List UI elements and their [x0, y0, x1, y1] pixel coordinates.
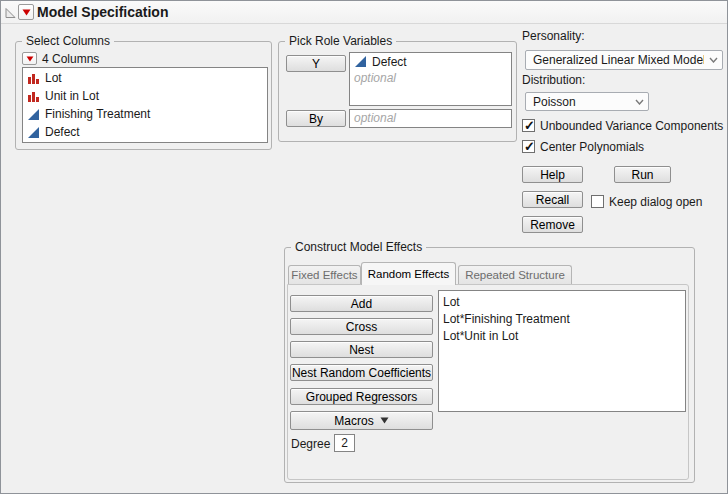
- continuous-triangle-icon: [27, 108, 40, 121]
- by-optional-placeholder: optional: [350, 110, 511, 126]
- nest-effect-button[interactable]: Nest: [290, 341, 433, 358]
- personality-label: Personality:: [522, 29, 585, 43]
- y-variable-item[interactable]: Defect: [350, 53, 511, 70]
- column-item[interactable]: Defect: [23, 123, 267, 141]
- column-name: Lot: [45, 71, 62, 85]
- select-columns-group-label: Select Columns: [22, 34, 114, 48]
- continuous-triangle-icon: [354, 55, 367, 68]
- chevron-down-icon: [704, 57, 722, 63]
- continuous-triangle-icon: [27, 126, 40, 139]
- select-columns-group: Select Columns 4 Columns Lot Unit in Lot: [15, 41, 272, 150]
- by-role-button[interactable]: By: [286, 110, 346, 127]
- construct-model-effects-group: Construct Model Effects Fixed Effects Ra…: [284, 247, 695, 483]
- red-triangle-menu-button[interactable]: [18, 4, 34, 20]
- add-effect-button[interactable]: Add: [290, 295, 433, 312]
- red-triangle-icon: [22, 9, 31, 16]
- page-title: Model Specification: [37, 4, 168, 20]
- unbounded-variance-checkbox[interactable]: [522, 119, 535, 132]
- degree-label: Degree: [291, 437, 330, 451]
- tab-repeated-structure[interactable]: Repeated Structure: [458, 265, 572, 284]
- column-item[interactable]: Finishing Treatment: [23, 105, 267, 123]
- column-item[interactable]: Lot: [23, 69, 267, 87]
- y-role-drop-zone[interactable]: Defect optional: [349, 52, 512, 106]
- column-name: Defect: [45, 125, 80, 139]
- random-effects-tab-panel: Add Cross Nest Nest Random Coefficients …: [287, 284, 689, 480]
- disclosure-triangle-icon[interactable]: [4, 6, 17, 19]
- distribution-label: Distribution:: [522, 73, 585, 87]
- help-button[interactable]: Help: [522, 166, 583, 183]
- distribution-value: Poisson: [526, 95, 630, 109]
- macros-menu-button[interactable]: Macros: [290, 411, 433, 430]
- grouped-regressors-button[interactable]: Grouped Regressors: [290, 388, 433, 405]
- y-variable-name: Defect: [372, 55, 407, 69]
- effect-item[interactable]: Lot*Finishing Treatment: [439, 310, 685, 327]
- columns-filter-menu-button[interactable]: [22, 52, 37, 65]
- columns-listbox[interactable]: Lot Unit in Lot Finishing Treatment Defe…: [22, 67, 268, 143]
- nominal-bars-icon: [27, 72, 40, 85]
- unbounded-variance-label[interactable]: Unbounded Variance Components: [540, 119, 723, 133]
- column-name: Unit in Lot: [45, 89, 99, 103]
- distribution-combobox[interactable]: Poisson: [525, 92, 649, 111]
- outline-header: Model Specification: [1, 1, 727, 24]
- column-name: Finishing Treatment: [45, 107, 150, 121]
- y-role-button[interactable]: Y: [286, 55, 346, 72]
- cross-effect-button[interactable]: Cross: [290, 318, 433, 335]
- center-polynomials-checkbox[interactable]: [522, 140, 535, 153]
- columns-count-label: 4 Columns: [42, 52, 99, 66]
- nest-random-coefficients-button[interactable]: Nest Random Coefficients: [290, 364, 433, 381]
- model-specification-window: Model Specification Select Columns 4 Col…: [0, 0, 728, 494]
- dropdown-arrow-icon: [380, 417, 389, 424]
- effects-listbox[interactable]: Lot Lot*Finishing Treatment Lot*Unit in …: [438, 290, 686, 412]
- center-polynomials-label[interactable]: Center Polynomials: [540, 140, 644, 154]
- keep-dialog-open-label[interactable]: Keep dialog open: [609, 195, 702, 209]
- effect-item[interactable]: Lot: [439, 293, 685, 310]
- run-button[interactable]: Run: [614, 166, 671, 183]
- pick-role-variables-group-label: Pick Role Variables: [285, 34, 396, 48]
- degree-input[interactable]: 2: [334, 434, 355, 452]
- remove-button[interactable]: Remove: [522, 216, 583, 233]
- tab-fixed-effects[interactable]: Fixed Effects: [288, 265, 361, 284]
- effect-item[interactable]: Lot*Unit in Lot: [439, 327, 685, 344]
- y-optional-placeholder: optional: [350, 70, 511, 86]
- by-role-drop-zone[interactable]: optional: [349, 109, 512, 128]
- column-item[interactable]: Unit in Lot: [23, 87, 267, 105]
- red-triangle-icon: [26, 56, 34, 62]
- tab-random-effects[interactable]: Random Effects: [361, 262, 456, 285]
- personality-combobox[interactable]: Generalized Linear Mixed Model: [525, 50, 723, 70]
- macros-label: Macros: [334, 414, 373, 428]
- nominal-bars-icon: [27, 90, 40, 103]
- construct-model-effects-group-label: Construct Model Effects: [291, 240, 426, 254]
- recall-button[interactable]: Recall: [522, 191, 583, 208]
- keep-dialog-open-checkbox[interactable]: [591, 195, 604, 208]
- pick-role-variables-group: Pick Role Variables Y Defect optional By…: [278, 41, 517, 142]
- personality-value: Generalized Linear Mixed Model: [526, 53, 704, 67]
- chevron-down-icon: [630, 99, 648, 105]
